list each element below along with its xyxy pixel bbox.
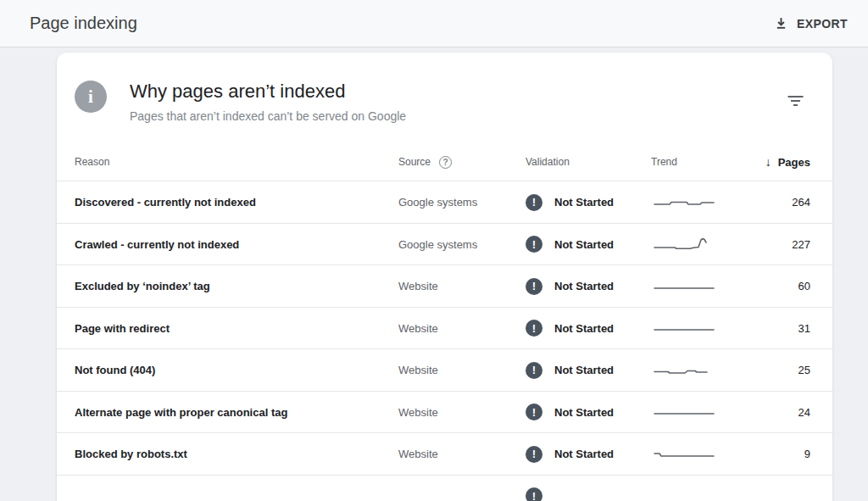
pages-count: 9 [744,448,810,460]
table-row[interactable]: Alternate page with proper canonical tag… [57,391,832,433]
reason-cell: Alternate page with proper canonical tag [75,406,398,419]
source-cell: Website [398,406,526,419]
panel-subtitle: Pages that aren’t indexed can’t be serve… [130,109,784,123]
trend-cell [651,194,744,211]
trend-sparkline [651,487,717,501]
not-started-icon: ! [526,194,542,211]
page-title: Page indexing [30,14,137,33]
why-pages-not-indexed-panel: i Why pages aren’t indexed Pages that ar… [57,53,832,501]
trend-cell [651,236,744,253]
trend-sparkline [651,194,717,211]
column-header-source[interactable]: Source [398,156,431,168]
table-row[interactable]: Page with redirect Website ! Not Started… [57,307,832,349]
panel-header: i Why pages aren’t indexed Pages that ar… [57,53,832,123]
table-body: Discovered - currently not indexed Googl… [57,181,832,501]
column-header-validation[interactable]: Validation [526,156,651,168]
column-header-pages[interactable]: ↓Pages [744,155,810,169]
reason-cell: Blocked by robots.txt [75,448,398,460]
trend-sparkline [651,404,717,420]
download-icon [774,16,788,31]
trend-cell [651,278,744,295]
reason-cell: Excluded by ‘noindex’ tag [75,280,398,292]
source-cell: Website [398,448,526,460]
validation-status: Not Started [554,364,614,376]
pages-count: 227 [744,238,810,251]
validation-status: Not Started [554,280,614,292]
trend-cell [651,487,744,501]
column-header-reason[interactable]: Reason [75,156,398,168]
trend-sparkline [651,320,717,337]
table-row[interactable]: Excluded by ‘noindex’ tag Website ! Not … [57,264,832,307]
source-cell: Website [398,322,526,335]
panel-title: Why pages aren’t indexed [130,81,784,103]
validation-cell: ! Not Started [526,404,651,420]
table-row[interactable]: Crawled - currently not indexed Google s… [57,223,832,265]
trend-cell [651,404,744,420]
source-cell: Website [398,364,526,376]
trend-cell [651,362,744,379]
validation-cell: ! Not Started [526,278,651,295]
trend-sparkline [651,362,717,379]
validation-cell: ! Not Started [526,446,651,463]
not-started-icon: ! [526,320,542,337]
not-started-icon: ! [526,236,542,253]
reasons-table: Reason Source ? Validation Trend ↓Pages … [57,143,832,501]
trend-sparkline [651,446,717,463]
not-started-icon: ! [526,362,542,379]
info-icon: i [75,81,107,113]
not-started-icon: ! [526,487,542,501]
trend-cell [651,320,744,337]
export-button[interactable]: EXPORT [774,16,848,31]
validation-status: Not Started [554,322,614,335]
reason-cell: Page with redirect [75,322,398,335]
filter-icon [787,97,804,109]
pages-count: 24 [744,406,810,419]
table-row[interactable]: Not found (404) Website ! Not Started 25 [57,348,832,391]
validation-status: Not Started [554,196,614,209]
pages-count: 60 [744,280,810,292]
not-started-icon: ! [526,278,542,295]
filter-button[interactable] [784,92,807,113]
validation-status: Not Started [554,448,614,460]
validation-cell: ! Not Started [526,362,651,379]
top-bar: Page indexing EXPORT [0,0,868,47]
not-started-icon: ! [526,446,542,463]
validation-cell: ! Not Started [526,194,651,211]
reason-cell: Discovered - currently not indexed [75,196,398,209]
table-header-row: Reason Source ? Validation Trend ↓Pages [57,143,832,181]
validation-status: Not Started [554,406,614,419]
validation-status: Not Started [554,238,614,251]
source-cell: Google systems [398,238,526,251]
validation-cell: ! Not Started [526,320,651,337]
validation-cell: ! [526,487,651,501]
source-cell: Google systems [398,196,526,209]
pages-count: 31 [744,322,810,335]
trend-cell [651,446,744,463]
column-header-trend[interactable]: Trend [651,156,744,168]
reason-cell: Not found (404) [75,364,398,376]
table-row[interactable]: Blocked by robots.txt Website ! Not Star… [57,432,832,475]
trend-sparkline [651,236,717,253]
table-row[interactable]: ! [57,475,832,501]
validation-cell: ! Not Started [526,236,651,253]
not-started-icon: ! [526,404,542,420]
pages-count: 264 [744,196,810,209]
pages-count: 25 [744,364,810,376]
source-cell: Website [398,280,526,292]
export-label: EXPORT [797,17,848,31]
trend-sparkline [651,278,717,295]
table-row[interactable]: Discovered - currently not indexed Googl… [57,181,832,223]
reason-cell: Crawled - currently not indexed [75,238,398,251]
help-icon[interactable]: ? [439,156,452,169]
sort-descending-icon: ↓ [765,155,771,169]
